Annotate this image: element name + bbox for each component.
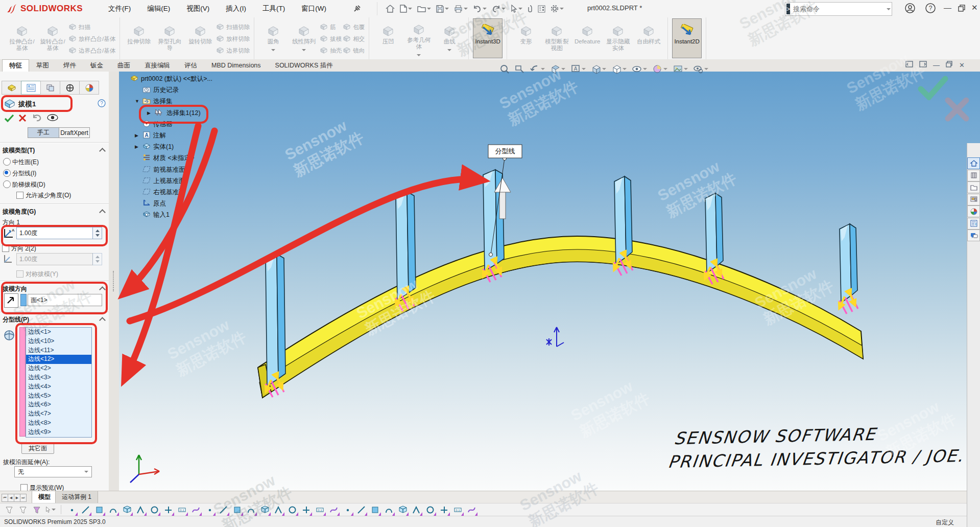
tree-item-8[interactable]: 前视基准面 bbox=[135, 165, 185, 175]
toolbar-tool-icon-14[interactable] bbox=[259, 505, 270, 515]
toolbar-tool-icon-5[interactable] bbox=[135, 505, 146, 515]
tree-item-12[interactable]: 输入1 bbox=[135, 210, 170, 220]
menu-item-1[interactable]: 编辑(E) bbox=[139, 0, 178, 17]
tree-expander[interactable]: ▶ bbox=[135, 144, 140, 149]
toolbar-tool-icon-22[interactable] bbox=[370, 505, 380, 515]
restore-button[interactable] bbox=[958, 5, 966, 13]
ribbon-button-模型断裂视图[interactable]: 模型断裂视图 bbox=[542, 18, 571, 58]
radio-step-draft-label[interactable]: 阶梯拔模(D) bbox=[12, 180, 45, 189]
tab-SOLIDWORKS 插件[interactable]: SOLIDWORKS 插件 bbox=[268, 59, 340, 72]
toolbar-tool-icon-25[interactable] bbox=[411, 505, 421, 515]
panel-tab-dimxpert[interactable] bbox=[60, 81, 80, 95]
ribbon-button-边界凸台/基体[interactable]: 边界凸台/基体 bbox=[68, 45, 115, 57]
ribbon-button-拉伸切除[interactable]: 拉伸切除 bbox=[124, 18, 154, 58]
toolbar-tool-icon-21[interactable] bbox=[356, 505, 366, 515]
ribbon-button-Instant2D[interactable]: Instant2D bbox=[672, 18, 702, 58]
ribbon-button-Defeature[interactable]: Defeature bbox=[572, 18, 602, 58]
radio-neutral-plane[interactable] bbox=[3, 158, 11, 166]
taskpane-design-library-icon[interactable] bbox=[967, 170, 980, 181]
model-fin-5[interactable] bbox=[840, 224, 858, 314]
collapse-chevron[interactable] bbox=[99, 148, 106, 154]
ribbon-button-变形[interactable]: 变形 bbox=[511, 18, 541, 58]
menu-item-4[interactable]: 工具(T) bbox=[254, 0, 293, 17]
model-tab-模型[interactable]: 模型 bbox=[32, 491, 57, 503]
manual-mode-button[interactable]: 手工 bbox=[28, 127, 59, 138]
new-document-button[interactable] bbox=[399, 4, 413, 14]
cancel-button[interactable] bbox=[18, 114, 27, 124]
toolbar-tool-icon-16[interactable] bbox=[287, 505, 297, 515]
tree-item-1[interactable]: 历史记录 bbox=[135, 85, 179, 95]
undo-button[interactable] bbox=[472, 4, 488, 13]
ribbon-button-旋转凸台/基体[interactable]: 旋转凸台/基体 bbox=[38, 18, 67, 58]
toolbar-tool-icon-17[interactable] bbox=[301, 505, 311, 515]
help-icon[interactable]: ? bbox=[925, 3, 936, 15]
ribbon-button-自由样式[interactable]: 自由样式 bbox=[634, 18, 663, 58]
options-button[interactable] bbox=[549, 4, 565, 14]
ribbon-button-包覆[interactable]: 包覆 bbox=[343, 21, 365, 33]
save-button[interactable] bbox=[435, 4, 450, 14]
toolbar-tool-icon-8[interactable]: 0.1 bbox=[177, 505, 187, 515]
collapse-chevron[interactable] bbox=[99, 317, 106, 324]
toolbar-tool-icon-7[interactable] bbox=[163, 505, 173, 515]
apply-scene-icon[interactable] bbox=[673, 64, 688, 74]
toolbar-tool-icon-12[interactable] bbox=[232, 505, 242, 515]
confirm-cancel-overlay[interactable] bbox=[944, 96, 970, 124]
toolbar-tool-icon-1[interactable] bbox=[80, 505, 90, 515]
tree-item-5[interactable]: ▶A注解 bbox=[135, 130, 166, 141]
toolbar-tool-icon-24[interactable] bbox=[397, 505, 408, 515]
pin-icon[interactable] bbox=[352, 4, 363, 14]
undo-icon[interactable] bbox=[32, 113, 42, 124]
tab-直接编辑[interactable]: 直接编辑 bbox=[137, 59, 177, 72]
viewport-restore-icon[interactable] bbox=[946, 61, 953, 69]
model-fin-0[interactable] bbox=[266, 254, 285, 397]
taskpane-custom-properties-icon[interactable] bbox=[967, 218, 980, 230]
menu-item-0[interactable]: 文件(F) bbox=[100, 0, 139, 17]
search-input[interactable] bbox=[792, 5, 884, 13]
attach-icon[interactable] bbox=[527, 4, 534, 14]
customize-link[interactable]: 自定义 bbox=[936, 518, 954, 527]
sketch-filter-icon-3[interactable] bbox=[32, 505, 42, 515]
minimize-button[interactable]: — bbox=[944, 3, 951, 12]
taskpane-appearances-icon[interactable] bbox=[967, 205, 980, 217]
ribbon-button-参考几何体[interactable]: 参考几何体 bbox=[404, 18, 434, 58]
tree-expander[interactable]: ▶ bbox=[135, 133, 140, 138]
ribbon-button-抽壳[interactable]: 抽壳 bbox=[320, 45, 342, 57]
ribbon-button-相交[interactable]: 相交 bbox=[343, 33, 365, 45]
ribbon-button-放样凸台/基体[interactable]: 放样凸台/基体 bbox=[68, 33, 115, 45]
toolbar-tool-icon-10[interactable] bbox=[204, 505, 214, 515]
sketch-filter-icon-1[interactable] bbox=[4, 505, 14, 515]
toolbar-tool-icon-18[interactable]: 0.1 bbox=[315, 505, 325, 515]
search-caret[interactable] bbox=[887, 8, 891, 10]
toolbar-tool-icon-13[interactable] bbox=[246, 505, 256, 515]
radio-step-draft[interactable] bbox=[3, 180, 11, 188]
ribbon-button-筋[interactable]: 筋 bbox=[320, 21, 342, 33]
toolbar-tool-icon-4[interactable] bbox=[122, 505, 132, 515]
ribbon-button-边界切除[interactable]: 边界切除 bbox=[216, 45, 250, 57]
home-button[interactable] bbox=[385, 4, 396, 14]
toolbar-tool-icon-20[interactable] bbox=[342, 505, 352, 515]
animation-nav-button-3[interactable]: ⏭ bbox=[20, 494, 27, 502]
close-button[interactable]: ✕ bbox=[971, 3, 978, 12]
ribbon-button-扫描[interactable]: 扫描 bbox=[68, 21, 115, 33]
ribbon-button-圆角[interactable]: 圆角 bbox=[258, 18, 288, 58]
zoom-area-icon[interactable] bbox=[515, 64, 524, 74]
panel-tab-appearances[interactable] bbox=[79, 81, 99, 95]
tree-item-11[interactable]: 原点 bbox=[135, 198, 166, 209]
select-button[interactable] bbox=[510, 4, 523, 14]
show-preview-eye-icon[interactable] bbox=[47, 114, 58, 123]
other-face-button[interactable]: 其它面 bbox=[21, 443, 54, 454]
tree-item-6[interactable]: ▶实体(1) bbox=[135, 142, 174, 152]
face-propagation-select[interactable]: 无 bbox=[14, 466, 92, 477]
tree-item-9[interactable]: 上视基准面 bbox=[135, 176, 185, 186]
taskpane-home-icon[interactable] bbox=[967, 157, 980, 169]
draftxpert-mode-button[interactable]: DraftXpert bbox=[59, 127, 90, 138]
zoom-fit-icon[interactable] bbox=[499, 64, 509, 74]
tab-草图[interactable]: 草图 bbox=[29, 59, 56, 72]
account-icon[interactable] bbox=[905, 3, 916, 15]
menu-item-5[interactable]: 窗口(W) bbox=[293, 0, 334, 17]
toolbar-tool-icon-0[interactable] bbox=[66, 505, 77, 515]
model-part[interactable] bbox=[258, 236, 863, 398]
collapse-chevron[interactable] bbox=[99, 209, 106, 216]
taskpane-view-palette-icon[interactable] bbox=[967, 194, 980, 205]
toolbar-tool-icon-9[interactable] bbox=[190, 505, 201, 515]
